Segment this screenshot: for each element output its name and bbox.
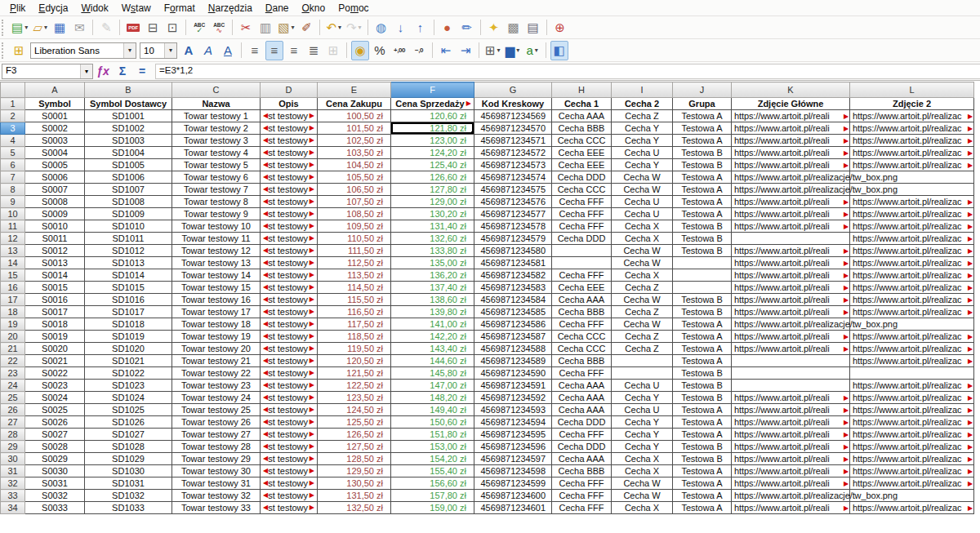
cell-D20[interactable]: ◀st testowy t▶ bbox=[261, 331, 318, 343]
cell-D11[interactable]: ◀st testowy t▶ bbox=[261, 220, 318, 233]
cell-E32[interactable]: 130,50 zł bbox=[318, 477, 391, 490]
cell-C12[interactable]: Towar testowy 11 bbox=[172, 233, 261, 245]
cell-G9[interactable]: 4569871234576 bbox=[474, 196, 552, 208]
cell-J14[interactable] bbox=[673, 257, 732, 269]
cell-H22[interactable]: Cecha BBB bbox=[552, 355, 612, 367]
cell-C30[interactable]: Towar testowy 29 bbox=[172, 453, 261, 465]
col-header-D[interactable]: D bbox=[261, 82, 318, 98]
row-header-30[interactable]: 30 bbox=[1, 453, 25, 465]
cell-A30[interactable]: S0029 bbox=[25, 453, 85, 465]
cell-D8[interactable]: ◀st testowy t▶ bbox=[261, 184, 318, 196]
cell-C20[interactable]: Towar testowy 19 bbox=[172, 331, 261, 343]
cell-C25[interactable]: Towar testowy 24 bbox=[172, 392, 261, 404]
cell-E11[interactable]: 109,50 zł bbox=[318, 220, 391, 233]
cell-F12[interactable]: 132,60 zł bbox=[391, 233, 474, 245]
cell-D12[interactable]: ◀st testowy t▶ bbox=[261, 233, 318, 245]
cell-I5[interactable]: Cecha U bbox=[612, 147, 673, 159]
cell-K21[interactable]: https://www.artoit.pl/reali▶ bbox=[732, 343, 850, 355]
cell-K10[interactable]: https://www.artoit.pl/reali▶ bbox=[732, 208, 850, 220]
cell-B12[interactable]: SD1011 bbox=[85, 233, 172, 245]
cell-L20[interactable]: https://www.artoit.pl/realizac▶ bbox=[850, 331, 974, 343]
print-preview-button[interactable]: ⊡ bbox=[163, 18, 181, 38]
row-header-14[interactable]: 14 bbox=[1, 257, 25, 269]
col-header-H[interactable]: H bbox=[552, 82, 612, 98]
export-pdf-button[interactable]: PDF bbox=[124, 18, 142, 38]
cell-H4[interactable]: Cecha CCC bbox=[552, 135, 612, 147]
row-header-31[interactable]: 31 bbox=[1, 465, 25, 477]
cell-I16[interactable]: Cecha Z bbox=[612, 282, 673, 294]
cell-K28[interactable]: https://www.artoit.pl/reali▶ bbox=[732, 429, 850, 441]
row-header-6[interactable]: 6 bbox=[1, 159, 25, 171]
cell-H24[interactable]: Cecha AAA bbox=[552, 380, 612, 392]
hyperlink-button[interactable]: ◍ bbox=[372, 18, 390, 38]
cell-J30[interactable]: Testowa B bbox=[673, 453, 732, 465]
cell-B24[interactable]: SD1023 bbox=[85, 380, 172, 392]
cell-A14[interactable]: S0013 bbox=[25, 257, 85, 269]
toolbar-grip[interactable] bbox=[2, 20, 6, 36]
open-button[interactable]: ▱▾ bbox=[31, 18, 49, 38]
cell-K22[interactable] bbox=[732, 355, 850, 367]
cell-A10[interactable]: S0009 bbox=[25, 208, 85, 220]
cell-L18[interactable]: https://www.artoit.pl/realizac▶ bbox=[850, 306, 974, 318]
col-header-C[interactable]: C bbox=[172, 82, 261, 98]
row-header-8[interactable]: 8 bbox=[1, 184, 25, 196]
row-header-20[interactable]: 20 bbox=[1, 331, 25, 343]
redo-button[interactable]: ↷▾ bbox=[345, 18, 363, 38]
cell-K30[interactable]: https://www.artoit.pl/reali▶ bbox=[732, 453, 850, 465]
cell-G21[interactable]: 4569871234588 bbox=[474, 343, 552, 355]
cell-I4[interactable]: Cecha Y bbox=[612, 135, 673, 147]
cell-C6[interactable]: Towar testowy 5 bbox=[172, 159, 261, 171]
cell-F18[interactable]: 139,80 zł bbox=[391, 306, 474, 318]
delete-decimal-button[interactable]: −,0 bbox=[410, 41, 428, 60]
cell-B23[interactable]: SD1022 bbox=[85, 367, 172, 380]
cell-A3[interactable]: S0002 bbox=[25, 122, 85, 135]
cell-G19[interactable]: 4569871234586 bbox=[474, 318, 552, 331]
cell-K9[interactable]: https://www.artoit.pl/reali▶ bbox=[732, 196, 850, 208]
cell-L5[interactable]: https://www.artoit.pl/realizac▶ bbox=[850, 147, 974, 159]
cell-B10[interactable]: SD1009 bbox=[85, 208, 172, 220]
row-header-1[interactable]: 1 bbox=[1, 98, 25, 110]
cell-I7[interactable]: Cecha W bbox=[612, 171, 673, 184]
cell-E10[interactable]: 108,50 zł bbox=[318, 208, 391, 220]
dropdown-caret-icon[interactable]: ▾ bbox=[516, 47, 519, 54]
cell-F1[interactable]: Cena Sprzedaży▶ bbox=[391, 98, 474, 110]
cell-I19[interactable]: Cecha W bbox=[612, 318, 673, 331]
cell-D33[interactable]: ◀st testowy t▶ bbox=[261, 490, 318, 502]
cell-D17[interactable]: ◀st testowy t▶ bbox=[261, 294, 318, 306]
cell-G18[interactable]: 4569871234585 bbox=[474, 306, 552, 318]
cell-A32[interactable]: S0031 bbox=[25, 477, 85, 490]
cell-C31[interactable]: Towar testowy 30 bbox=[172, 465, 261, 477]
cell-K13[interactable]: https://www.artoit.pl/reali▶ bbox=[732, 245, 850, 257]
cell-L21[interactable]: https://www.artoit.pl/realizac▶ bbox=[850, 343, 974, 355]
cell-J31[interactable]: Testowa A bbox=[673, 465, 732, 477]
cell-C19[interactable]: Towar testowy 18 bbox=[172, 318, 261, 331]
cell-H17[interactable]: Cecha AAA bbox=[552, 294, 612, 306]
cell-B18[interactable]: SD1017 bbox=[85, 306, 172, 318]
align-left-button[interactable]: ≡ bbox=[246, 41, 264, 60]
cell-C28[interactable]: Towar testowy 27 bbox=[172, 429, 261, 441]
dropdown-caret-icon[interactable]: ▾ bbox=[24, 24, 28, 31]
border-color-button[interactable]: a▾ bbox=[523, 41, 541, 60]
cell-B27[interactable]: SD1026 bbox=[85, 416, 172, 429]
cell-I10[interactable]: Cecha U bbox=[612, 208, 673, 220]
cell-A28[interactable]: S0027 bbox=[25, 429, 85, 441]
cell-B17[interactable]: SD1016 bbox=[85, 294, 172, 306]
cell-A12[interactable]: S0011 bbox=[25, 233, 85, 245]
cell-B29[interactable]: SD1028 bbox=[85, 441, 172, 453]
cell-E19[interactable]: 117,50 zł bbox=[318, 318, 391, 331]
cell-C5[interactable]: Towar testowy 4 bbox=[172, 147, 261, 159]
cell-A16[interactable]: S0015 bbox=[25, 282, 85, 294]
cell-E17[interactable]: 115,50 zł bbox=[318, 294, 391, 306]
cell-F9[interactable]: 129,00 zł bbox=[391, 196, 474, 208]
cut-button[interactable]: ✂ bbox=[237, 18, 255, 38]
cell-K29[interactable]: https://www.artoit.pl/reali▶ bbox=[732, 441, 850, 453]
cell-G24[interactable]: 4569871234591 bbox=[474, 380, 552, 392]
cell-L3[interactable]: https://www.artoit.pl/realizac▶ bbox=[850, 122, 974, 135]
cell-B15[interactable]: SD1014 bbox=[85, 269, 172, 282]
cell-J9[interactable]: Testowa A bbox=[673, 196, 732, 208]
cell-E23[interactable]: 121,50 zł bbox=[318, 367, 391, 380]
cell-I34[interactable]: Cecha X bbox=[612, 502, 673, 514]
cell-D24[interactable]: ◀st testowy t▶ bbox=[261, 380, 318, 392]
cell-K6[interactable]: https://www.artoit.pl/reali▶ bbox=[732, 159, 850, 171]
cell-F29[interactable]: 153,00 zł bbox=[391, 441, 474, 453]
